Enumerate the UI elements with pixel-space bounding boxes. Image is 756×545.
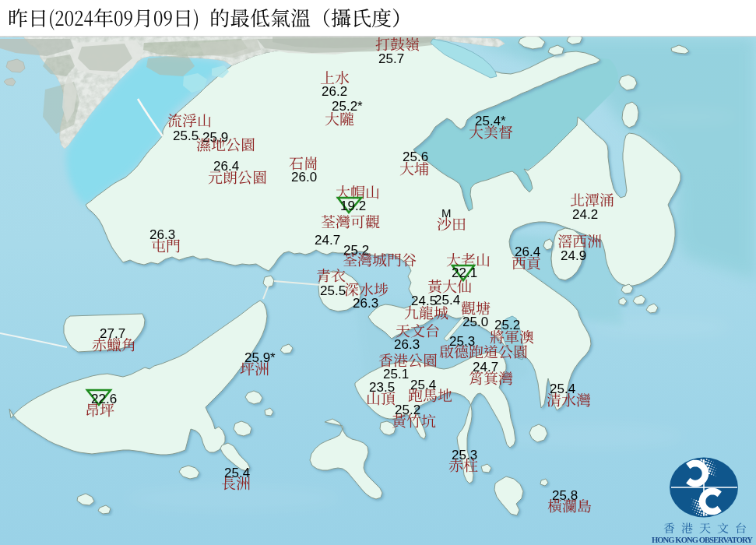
svg-text:HONG KONG OBSERVATORY: HONG KONG OBSERVATORY: [652, 536, 753, 544]
svg-text:26.0: 26.0: [291, 170, 317, 185]
svg-text:24.7: 24.7: [315, 233, 340, 248]
svg-text:19.2: 19.2: [340, 199, 366, 213]
svg-text:24.7: 24.7: [473, 360, 498, 374]
svg-text:25.4*: 25.4*: [475, 114, 506, 128]
svg-text:25.5: 25.5: [320, 283, 346, 298]
svg-text:24.9: 24.9: [561, 248, 586, 263]
svg-text:25.2: 25.2: [395, 403, 420, 417]
svg-text:24.5: 24.5: [411, 294, 437, 308]
svg-text:26.3: 26.3: [394, 337, 420, 352]
svg-text:26.4: 26.4: [515, 244, 540, 259]
svg-text:25.9*: 25.9*: [244, 350, 276, 365]
svg-text:25.6: 25.6: [403, 149, 428, 164]
svg-text:25.4: 25.4: [434, 293, 460, 308]
svg-text:25.7: 25.7: [378, 51, 404, 66]
svg-text:25.4: 25.4: [410, 378, 436, 392]
svg-text:26.2: 26.2: [322, 84, 347, 99]
svg-text:27.7: 27.7: [100, 326, 125, 341]
svg-text:26.3: 26.3: [353, 296, 378, 311]
svg-text:25.2*: 25.2*: [332, 99, 363, 114]
svg-text:24.2: 24.2: [572, 207, 598, 222]
svg-text:26.4: 26.4: [213, 159, 239, 174]
svg-text:25.4: 25.4: [224, 466, 250, 480]
svg-text:25.9: 25.9: [202, 130, 228, 145]
svg-text:25.3: 25.3: [449, 334, 475, 349]
svg-text:25.5: 25.5: [173, 128, 199, 143]
svg-text:25.4: 25.4: [550, 382, 575, 396]
svg-text:25.0: 25.0: [462, 315, 488, 329]
svg-text:22.1: 22.1: [452, 265, 477, 280]
